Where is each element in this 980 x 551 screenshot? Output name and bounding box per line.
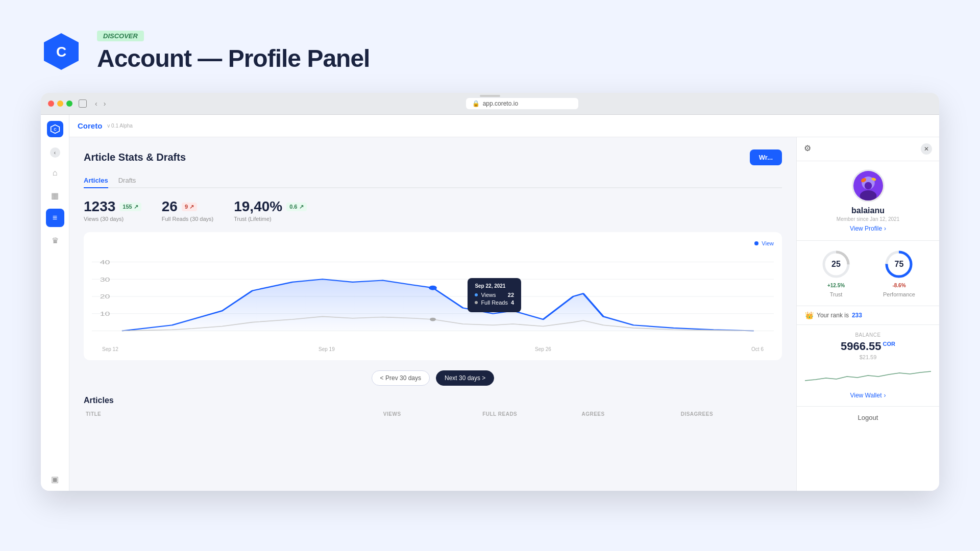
chevron-right-icon: › bbox=[884, 225, 886, 232]
view-profile-text: View Profile bbox=[850, 225, 882, 232]
trust-badge: 0.6 ↗ bbox=[286, 203, 306, 211]
back-button[interactable]: ‹ bbox=[95, 99, 97, 108]
chart-tooltip: Sep 22, 2021 Views 22 Full Reads 4 bbox=[468, 278, 521, 312]
svg-point-14 bbox=[430, 318, 436, 321]
close-panel-button[interactable]: ✕ bbox=[921, 143, 932, 155]
next-30-days-button[interactable]: Next 30 days > bbox=[436, 370, 494, 386]
traffic-lights bbox=[48, 101, 72, 107]
page-title: Account — Profile Panel bbox=[97, 44, 370, 72]
sidebar-item-home[interactable]: ⌂ bbox=[46, 164, 64, 182]
lock-icon: 🔒 bbox=[472, 100, 480, 107]
forward-button[interactable]: › bbox=[104, 99, 106, 108]
rank-number[interactable]: 233 bbox=[852, 312, 862, 319]
svg-text:40: 40 bbox=[100, 260, 110, 265]
close-button[interactable] bbox=[48, 101, 54, 107]
balance-usd: $21.59 bbox=[805, 354, 931, 360]
reads-tooltip-label: Full Reads bbox=[481, 299, 508, 306]
avatar bbox=[852, 169, 885, 202]
app-layout: C ‹ ⌂ ▦ ≡ ♛ ▣ Coreto bbox=[41, 115, 939, 491]
table-header: TITLE VIEWS FULL READS AGREES DISAGREES bbox=[84, 411, 782, 421]
rank-section: 👑 Your rank is 233 bbox=[797, 306, 939, 325]
drag-bar bbox=[480, 95, 500, 97]
username: balaianu bbox=[851, 206, 885, 215]
rank-icon: ♛ bbox=[52, 236, 59, 245]
settings-icon[interactable]: ⚙ bbox=[804, 143, 811, 155]
write-button[interactable]: Wr... bbox=[750, 149, 782, 165]
view-profile-link[interactable]: View Profile › bbox=[850, 225, 886, 232]
scores-row: 25 +12.5% Trust bbox=[797, 241, 939, 306]
sidebar: C ‹ ⌂ ▦ ≡ ♛ ▣ bbox=[41, 115, 69, 491]
metric-views-value: 1233 155 ↗ bbox=[84, 198, 141, 215]
legend-label: View bbox=[762, 240, 774, 246]
col-agrees: AGREES bbox=[581, 411, 680, 417]
expand-icon[interactable] bbox=[79, 99, 87, 108]
reads-tooltip-value: 4 bbox=[511, 299, 514, 306]
app-version: v 0.1 Alpha bbox=[107, 123, 132, 129]
discover-badge: DISCOVER bbox=[97, 31, 144, 41]
performance-label: Performance bbox=[883, 291, 915, 297]
balance-section: Balance 5966.55COR $21.59 View Wallet › bbox=[797, 325, 939, 407]
views-label: Views (30 days) bbox=[84, 216, 141, 222]
trust-label: Trust bbox=[830, 291, 843, 297]
wallet-chevron-icon: › bbox=[884, 392, 886, 399]
metrics-row: 1233 155 ↗ Views (30 days) 26 9 ↗ Full R… bbox=[84, 198, 782, 222]
view-wallet-link[interactable]: View Wallet › bbox=[805, 392, 931, 399]
sidebar-item-feed[interactable]: ▦ bbox=[46, 186, 64, 205]
x-label-2: Sep 26 bbox=[535, 346, 551, 352]
reads-label: Full Reads (30 days) bbox=[162, 216, 214, 222]
browser-window: ‹ › 🔒 app.coreto.io C ‹ ⌂ ▦ ≡ bbox=[41, 93, 939, 491]
x-axis-labels: Sep 12 Sep 19 Sep 26 Oct 6 bbox=[92, 344, 774, 352]
view-wallet-text: View Wallet bbox=[850, 392, 881, 399]
articles-icon: ≡ bbox=[53, 213, 57, 222]
balance-currency: COR bbox=[883, 341, 895, 347]
stats-area: Article Stats & Drafts Wr... Articles Dr… bbox=[69, 137, 796, 491]
svg-text:20: 20 bbox=[100, 294, 110, 299]
content-body: Article Stats & Drafts Wr... Articles Dr… bbox=[69, 137, 939, 491]
maximize-button[interactable] bbox=[66, 101, 72, 107]
svg-point-19 bbox=[864, 182, 872, 190]
sidebar-collapse-button[interactable]: ‹ bbox=[50, 147, 60, 158]
x-label-3: Oct 6 bbox=[751, 346, 764, 352]
chart-svg: 40 30 20 10 bbox=[92, 251, 774, 342]
minimize-button[interactable] bbox=[57, 101, 63, 107]
logout-button[interactable]: Logout bbox=[797, 407, 939, 429]
member-since: Member since Jan 12, 2021 bbox=[837, 216, 899, 222]
performance-change: -8.6% bbox=[892, 283, 905, 288]
sidebar-item-rank[interactable]: ♛ bbox=[46, 231, 64, 249]
metric-reads: 26 9 ↗ Full Reads (30 days) bbox=[162, 198, 214, 222]
col-full-reads: FULL READS bbox=[482, 411, 581, 417]
svg-point-13 bbox=[429, 286, 437, 290]
balance-amount: 5966.55COR bbox=[805, 340, 931, 353]
col-disagrees: DISAGREES bbox=[681, 411, 780, 417]
url-text: app.coreto.io bbox=[483, 100, 518, 107]
views-tooltip-label: Views bbox=[481, 292, 504, 298]
reads-dot bbox=[475, 301, 478, 304]
legend-dot bbox=[754, 241, 758, 245]
rank-text: Your rank is bbox=[817, 312, 849, 319]
profile-section: balaianu Member since Jan 12, 2021 View … bbox=[797, 161, 939, 241]
url-bar[interactable]: 🔒 app.coreto.io bbox=[466, 98, 578, 109]
stats-title: Article Stats & Drafts bbox=[84, 152, 186, 163]
svg-point-20 bbox=[860, 190, 876, 202]
metric-trust: 19,40% 0.6 ↗ Trust (Lifetime) bbox=[234, 198, 306, 222]
gallery-icon: ▣ bbox=[51, 474, 59, 484]
panel-toolbar: ⚙ ✕ bbox=[797, 137, 939, 161]
stats-header: Article Stats & Drafts Wr... bbox=[84, 149, 782, 165]
performance-score: 75 -8.6% Performance bbox=[883, 249, 915, 297]
trust-change: +12.5% bbox=[827, 283, 845, 288]
tooltip-date: Sep 22, 2021 bbox=[475, 283, 514, 289]
sidebar-item-articles[interactable]: ≡ bbox=[46, 209, 64, 227]
home-icon: ⌂ bbox=[53, 168, 58, 178]
prev-30-days-button[interactable]: < Prev 30 days bbox=[372, 370, 430, 386]
sidebar-item-gallery[interactable]: ▣ bbox=[46, 470, 64, 488]
svg-text:C: C bbox=[56, 44, 66, 60]
tab-articles[interactable]: Articles bbox=[84, 173, 108, 188]
tab-drafts[interactable]: Drafts bbox=[118, 173, 136, 188]
performance-circle: 75 bbox=[884, 249, 914, 280]
header-text-group: DISCOVER Account — Profile Panel bbox=[97, 31, 370, 72]
sidebar-logo: C bbox=[47, 121, 63, 137]
app-name: Coreto bbox=[78, 121, 102, 130]
trust-label: Trust (Lifetime) bbox=[234, 216, 306, 222]
balance-chart bbox=[805, 365, 931, 386]
col-views: VIEWS bbox=[383, 411, 482, 417]
